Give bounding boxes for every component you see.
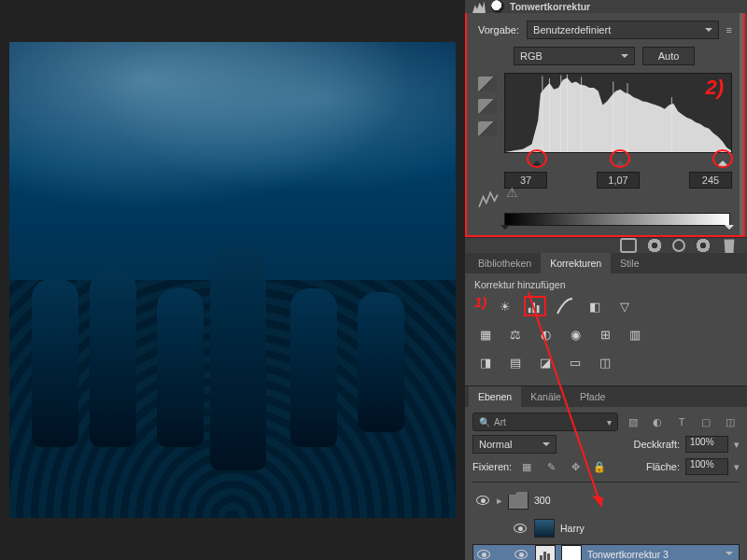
svg-rect-16 — [547, 553, 550, 560]
selective-color-icon[interactable]: ◫ — [594, 352, 616, 372]
delete-adjustment-icon[interactable] — [721, 238, 738, 253]
lock-pixels-icon[interactable]: ✎ — [542, 457, 560, 476]
svg-rect-14 — [540, 555, 543, 560]
photo-preview — [9, 42, 456, 518]
filter-type-icon[interactable]: T — [672, 413, 691, 431]
visibility-toggle[interactable] — [475, 546, 492, 560]
filter-adjustment-icon[interactable]: ◐ — [648, 413, 667, 431]
tab-paths[interactable]: Pfade — [571, 386, 614, 407]
invert-icon[interactable]: ◨ — [474, 352, 497, 372]
color-balance-icon[interactable]: ⚖ — [504, 324, 527, 344]
layer-name[interactable]: Harry — [560, 523, 585, 534]
layer-row[interactable]: Tonwertkorrektur 3 — [472, 544, 740, 560]
mask-icon — [491, 0, 504, 13]
tab-channels[interactable]: Kanäle — [521, 386, 571, 407]
filter-pixel-icon[interactable]: ▧ — [624, 413, 642, 431]
warning-icon: ⚠ — [506, 185, 518, 200]
adjustment-thumb — [535, 545, 556, 560]
gamma-input[interactable]: 1,07 — [597, 172, 640, 189]
corrections-tabs: Bibliotheken Korrekturen Stile — [465, 253, 747, 273]
visibility-toggle[interactable] — [474, 492, 491, 509]
blend-mode-select[interactable]: Normal — [472, 435, 557, 454]
exposure-icon[interactable]: ◧ — [584, 296, 606, 316]
folder-icon — [508, 491, 529, 510]
photo-filter-icon[interactable]: ◉ — [564, 324, 586, 344]
threshold-icon[interactable]: ◪ — [534, 352, 557, 372]
gradient-map-icon[interactable]: ▭ — [564, 352, 586, 372]
vibrance-icon[interactable]: ▽ — [613, 296, 636, 316]
filter-smart-icon[interactable]: ◫ — [721, 413, 740, 431]
adjustments-panel: Korrektur hinzufügen 1) ☀ ◧ ▽ ▦ ⚖ ◐ ◉ ⊞ … — [465, 273, 747, 385]
svg-rect-13 — [537, 305, 540, 313]
visibility-icon[interactable] — [695, 238, 712, 253]
bw-icon[interactable]: ◐ — [534, 324, 557, 344]
reset-icon[interactable] — [672, 239, 685, 252]
filter-shape-icon[interactable]: ▢ — [697, 413, 715, 431]
output-black-slider[interactable] — [500, 225, 510, 234]
layer-thumb — [534, 519, 555, 538]
mask-thumb — [561, 545, 582, 560]
eyedropper-gray-icon[interactable] — [478, 99, 497, 114]
svg-rect-12 — [533, 302, 536, 313]
panels-sidebar: Tonwertkorrektur Vorgabe: Benutzerdefini… — [465, 0, 747, 560]
levels-icon — [472, 0, 486, 13]
layer-name[interactable]: 300 — [534, 495, 551, 506]
lock-label: Fixieren: — [472, 461, 512, 472]
panel-menu-icon[interactable]: ≡ — [726, 24, 732, 35]
hue-sat-icon[interactable]: ▦ — [474, 324, 497, 344]
tab-corrections[interactable]: Korrekturen — [541, 253, 611, 273]
layer-name[interactable]: Tonwertkorrektur 3 — [587, 549, 669, 560]
opacity-input[interactable]: 100% — [685, 436, 728, 453]
lock-transparency-icon[interactable]: ▦ — [517, 457, 536, 476]
layer-row[interactable]: Harry — [472, 516, 740, 540]
input-slider-track[interactable] — [504, 153, 732, 170]
output-gradient[interactable] — [504, 213, 730, 226]
preset-select[interactable]: Benutzerdefiniert — [527, 21, 719, 39]
lock-position-icon[interactable]: ✥ — [566, 457, 585, 476]
white-point-input[interactable]: 245 — [689, 172, 732, 189]
curves-icon[interactable] — [554, 296, 576, 316]
levels-footer-strip — [465, 237, 747, 253]
svg-marker-0 — [505, 77, 731, 152]
annotation-1: 1) — [474, 294, 486, 316]
levels-panel: Vorgabe: Benutzerdefiniert ≡ RGB Auto 2) — [465, 13, 745, 237]
output-white-slider[interactable] — [725, 225, 734, 234]
histogram: 2) — [504, 73, 732, 153]
layer-row[interactable]: ▸ 300 — [472, 488, 740, 512]
posterize-icon[interactable]: ▤ — [504, 352, 527, 372]
brightness-contrast-icon[interactable]: ☀ — [494, 296, 516, 316]
svg-rect-15 — [543, 552, 546, 560]
add-adjustment-label: Korrektur hinzufügen — [474, 279, 738, 290]
preview-toggle-icon[interactable] — [646, 238, 663, 253]
document-canvas[interactable] — [0, 0, 465, 560]
preset-label: Vorgabe: — [478, 24, 519, 35]
opacity-label: Deckkraft: — [633, 439, 680, 450]
clip-to-layer-icon[interactable] — [620, 238, 637, 253]
levels-panel-header: Tonwertkorrektur — [465, 0, 747, 13]
annotation-2: 2) — [705, 76, 724, 100]
fill-label: Fläche: — [646, 461, 680, 472]
levels-adjustment-icon[interactable] — [524, 296, 546, 316]
panel-title: Tonwertkorrektur — [510, 1, 590, 12]
eyedropper-black-icon[interactable] — [478, 77, 497, 91]
svg-rect-11 — [529, 308, 531, 313]
visibility-toggle[interactable] — [474, 520, 491, 537]
lock-all-icon[interactable]: 🔒 — [590, 457, 609, 476]
auto-button[interactable]: Auto — [642, 47, 695, 65]
eyedropper-white-icon[interactable] — [478, 121, 497, 136]
tab-libraries[interactable]: Bibliotheken — [469, 253, 541, 273]
visibility-toggle[interactable] — [513, 546, 529, 560]
color-lookup-icon[interactable]: ▥ — [624, 324, 646, 344]
channel-mixer-icon[interactable]: ⊞ — [594, 324, 616, 344]
layer-filter-select[interactable]: 🔍 Art ▾ — [472, 413, 618, 431]
layers-tabs: Ebenen Kanäle Pfade — [465, 385, 747, 407]
visibility-toggle[interactable] — [512, 520, 529, 537]
tab-styles[interactable]: Stile — [611, 253, 648, 273]
fill-input[interactable]: 100% — [685, 458, 728, 475]
channel-select[interactable]: RGB — [514, 47, 635, 65]
tab-layers[interactable]: Ebenen — [469, 386, 521, 407]
levels-small-icon — [478, 190, 499, 207]
layers-panel: 🔍 Art ▾ ▧ ◐ T ▢ ◫ Normal Deckkraft: 100%… — [465, 407, 747, 560]
expand-icon[interactable]: ▸ — [497, 495, 502, 507]
